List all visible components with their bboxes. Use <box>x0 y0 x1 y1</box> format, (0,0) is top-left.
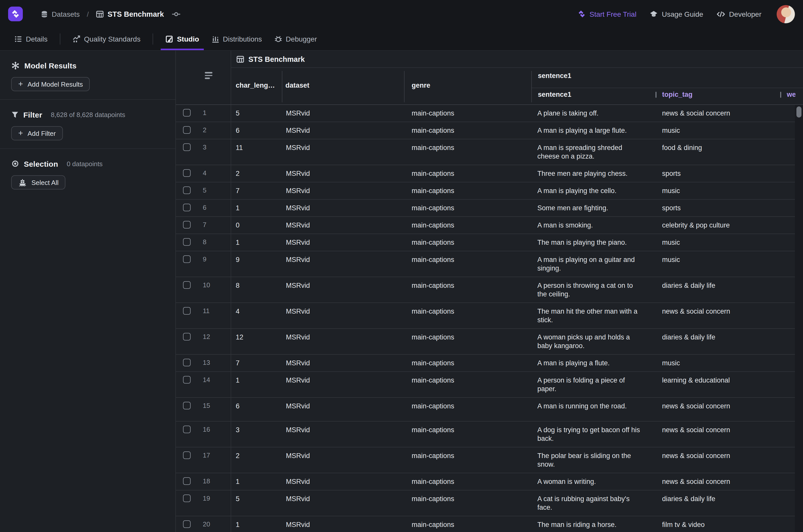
row-checkbox[interactable] <box>183 376 191 383</box>
start-free-trial-button[interactable]: Start Free Trial <box>577 10 636 18</box>
tab-studio[interactable]: Studio <box>165 28 199 50</box>
table-row[interactable]: 2 6 MSRvid main-captions A man is playin… <box>176 122 795 139</box>
cell-topic-tag: diaries & daily life <box>656 329 781 342</box>
row-checkbox[interactable] <box>183 144 191 151</box>
breadcrumb-datasets[interactable]: Datasets <box>52 10 80 18</box>
table-row[interactable]: 10 8 MSRvid main-captions A person is th… <box>176 277 795 303</box>
column-resize-divider[interactable] <box>404 71 405 102</box>
tab-debugger[interactable]: Debugger <box>274 28 317 50</box>
table-row[interactable]: 15 6 MSRvid main-captions A man is runni… <box>176 398 795 421</box>
table-row[interactable]: 1 5 MSRvid main-captions A plane is taki… <box>176 105 795 122</box>
cell-char-length: 1 <box>231 372 282 384</box>
database-icon <box>40 10 48 18</box>
row-checkbox[interactable] <box>183 494 191 502</box>
cell-dataset: MSRvid <box>282 372 404 384</box>
tab-quality-standards[interactable]: Quality Standards <box>73 28 141 50</box>
vertical-scrollbar[interactable] <box>795 105 803 532</box>
table-row[interactable]: 20 1 MSRvid main-captions The man is rid… <box>176 516 795 532</box>
code-icon <box>716 10 725 18</box>
distributions-icon <box>211 35 219 43</box>
cell-sentence1: A plane is taking off. <box>531 105 656 121</box>
cell-genre: main-captions <box>404 105 531 117</box>
row-number: 6 <box>203 204 206 212</box>
table-row[interactable]: 9 9 MSRvid main-captions A man is playin… <box>176 251 795 277</box>
column-header-genre[interactable]: genre <box>412 81 430 89</box>
breadcrumb-current[interactable]: STS Benchmark <box>108 10 164 18</box>
column-resize-handle[interactable] <box>655 92 656 98</box>
table-row[interactable]: 11 4 MSRvid main-captions The man hit th… <box>176 303 795 329</box>
row-checkbox[interactable] <box>183 187 191 194</box>
row-number: 19 <box>203 494 210 502</box>
bug-icon <box>274 35 282 43</box>
row-checkbox[interactable] <box>183 221 191 228</box>
filter-section: Filter 8,628 of 8,628 datapoints + Add F… <box>0 100 175 149</box>
table-icon <box>236 55 244 63</box>
row-checkbox[interactable] <box>183 238 191 246</box>
column-resize-divider[interactable] <box>531 71 532 102</box>
table-row[interactable]: 3 11 MSRvid main-captions A man is sprea… <box>176 139 795 165</box>
table-row[interactable]: 18 1 MSRvid main-captions A woman is wri… <box>176 473 795 491</box>
developer-button[interactable]: Developer <box>716 10 762 18</box>
table-row[interactable]: 16 3 MSRvid main-captions A dog is tryin… <box>176 421 795 448</box>
table-row[interactable]: 19 5 MSRvid main-captions A cat is rubbi… <box>176 491 795 516</box>
row-checkbox[interactable] <box>183 307 191 315</box>
column-header-topic-tag[interactable]: topic_tag <box>662 91 692 98</box>
table-row[interactable]: 13 7 MSRvid main-captions A man is playi… <box>176 355 795 372</box>
row-select-cell: 5 <box>176 183 231 194</box>
cell-dataset: MSRvid <box>282 355 404 367</box>
table-row[interactable]: 14 1 MSRvid main-captions A person is fo… <box>176 372 795 398</box>
column-resize-divider[interactable] <box>282 71 282 102</box>
table-row[interactable]: 7 0 MSRvid main-captions A man is smokin… <box>176 217 795 234</box>
select-all-button[interactable]: Select All <box>11 175 66 190</box>
column-resize-handle[interactable] <box>780 92 781 98</box>
row-number: 18 <box>203 477 210 486</box>
table-row[interactable]: 4 2 MSRvid main-captions Three men are p… <box>176 165 795 183</box>
usage-guide-button[interactable]: Usage Guide <box>650 10 703 18</box>
scrollbar-thumb[interactable] <box>797 107 802 117</box>
cell-topic-tag: news & social concern <box>656 398 781 411</box>
column-header-partial[interactable]: we <box>787 91 796 98</box>
row-checkbox[interactable] <box>183 402 191 410</box>
row-checkbox[interactable] <box>183 452 191 459</box>
row-checkbox[interactable] <box>183 359 191 366</box>
row-checkbox[interactable] <box>183 169 191 177</box>
column-header-char-length[interactable]: char_leng… <box>236 81 275 89</box>
row-checkbox[interactable] <box>183 109 191 116</box>
cell-genre: main-captions <box>404 372 531 384</box>
cell-sentence1: A man is playing the cello. <box>531 183 656 199</box>
table-row[interactable]: 5 7 MSRvid main-captions A man is playin… <box>176 183 795 200</box>
row-checkbox[interactable] <box>183 520 191 528</box>
row-checkbox[interactable] <box>183 333 191 341</box>
row-checkbox[interactable] <box>183 204 191 211</box>
row-checkbox[interactable] <box>183 126 191 134</box>
user-avatar[interactable] <box>777 5 795 23</box>
table-row[interactable]: 6 1 MSRvid main-captions Some men are fi… <box>176 200 795 217</box>
cell-dataset: MSRvid <box>282 105 404 117</box>
column-header-dataset[interactable]: dataset <box>285 81 310 89</box>
cell-sentence1: The man hit the other man with a stick. <box>531 303 656 328</box>
topbar-actions: Start Free Trial Usage Guide Developer <box>577 5 795 23</box>
table-row[interactable]: 12 12 MSRvid main-captions A woman picks… <box>176 329 795 355</box>
row-checkbox[interactable] <box>183 425 191 433</box>
app-logo[interactable] <box>8 6 23 21</box>
row-checkbox[interactable] <box>183 281 191 289</box>
row-select-cell: 1 <box>176 105 231 117</box>
column-group-sentence1[interactable]: sentence1 <box>538 72 571 79</box>
add-filter-button[interactable]: + Add Filter <box>11 126 63 140</box>
row-checkbox[interactable] <box>183 255 191 263</box>
column-header-sentence1[interactable]: sentence1 <box>538 91 571 98</box>
row-number: 4 <box>203 169 206 177</box>
commit-icon[interactable] <box>172 10 181 18</box>
add-model-results-button[interactable]: + Add Model Results <box>11 77 90 91</box>
row-checkbox[interactable] <box>183 477 191 485</box>
cell-char-length: 2 <box>231 165 282 178</box>
row-number: 9 <box>203 255 206 264</box>
table-row[interactable]: 8 1 MSRvid main-captions The man is play… <box>176 234 795 251</box>
table-row[interactable]: 17 2 MSRvid main-captions The polar bear… <box>176 448 795 473</box>
row-number: 15 <box>203 402 210 410</box>
cell-sentence1: A man is playing a flute. <box>531 355 656 372</box>
plus-icon: + <box>18 129 23 137</box>
tab-details[interactable]: Details <box>14 28 48 50</box>
tab-distributions[interactable]: Distributions <box>211 28 262 50</box>
cell-sentence1: A woman picks up and holds a baby kangar… <box>531 329 656 354</box>
